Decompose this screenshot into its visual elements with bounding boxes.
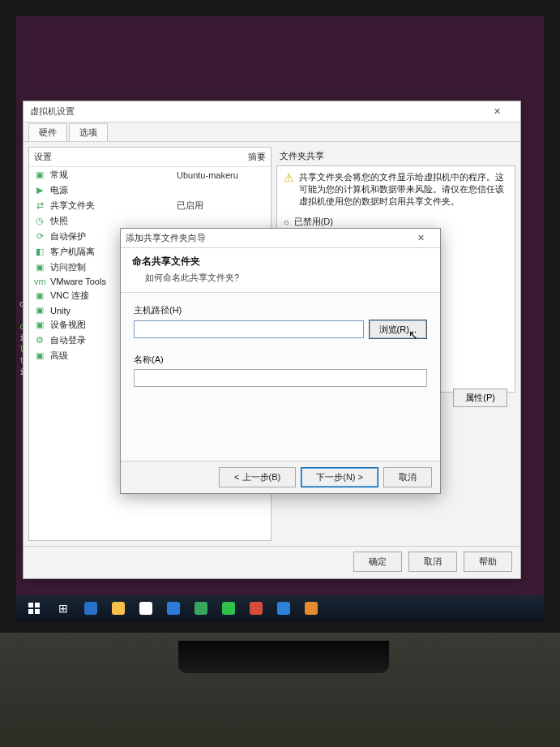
ok-button[interactable]: 确定 [353,552,402,572]
settings-icon [167,602,180,615]
cancel-button[interactable]: 取消 [408,552,457,572]
folder-icon [112,602,125,615]
advanced-icon: ▣ [34,350,45,361]
chrome-button[interactable] [190,598,212,619]
app-button-1[interactable] [245,598,267,619]
radio-icon: ○ [284,217,289,227]
app-button-2[interactable] [272,598,295,619]
device-row-general[interactable]: ▣ 常规 Ubuntu-makeru [29,167,271,182]
vm-settings-close-button[interactable]: ✕ [480,102,514,122]
wechat-button[interactable] [217,598,240,619]
clock-icon: ◷ [34,216,45,226]
monitor-stand [178,641,389,673]
app-icon [277,602,290,615]
properties-button[interactable]: 属性(P) [453,389,507,407]
unity-icon: ▣ [34,305,45,316]
windows-taskbar: ⊞ [16,595,544,621]
settings-tabs: 硬件 选项 [24,122,520,142]
edge-button[interactable] [79,598,102,619]
wizard-heading: 命名共享文件夹 [132,255,429,268]
vmware-icon: vm [34,277,45,286]
app-icon [250,602,263,615]
warning-text: 共享文件夹会将您的文件显示给虚拟机中的程序。这可能为您的计算机和数据带来风险。请… [299,171,508,208]
wizard-cancel-button[interactable]: 取消 [383,467,432,487]
refresh-icon: ⟳ [34,231,45,242]
vmware-button[interactable] [300,598,323,619]
edge-icon [84,602,97,615]
monitor-icon: ▣ [34,290,45,301]
host-path-input[interactable] [134,320,364,338]
close-icon: ✕ [494,106,501,117]
vm-settings-buttons: 确定 取消 帮助 [24,546,520,577]
play-icon: ▶ [34,185,45,195]
wechat-icon [222,602,235,615]
gear-icon: ⚙ [34,335,45,346]
device-icon: ▣ [34,170,45,180]
start-button[interactable] [21,598,47,619]
wizard-header: 命名共享文件夹 如何命名此共享文件夹? [121,248,440,293]
shared-folders-section-title: 文件夹共享 [280,150,515,162]
taskview-button[interactable]: ⊞ [52,598,75,619]
share-icon: ⇄ [34,200,45,211]
folder-name-input[interactable] [134,369,427,387]
help-button[interactable]: 帮助 [464,552,512,572]
wizard-subheading: 如何命名此共享文件夹? [145,272,429,284]
view-icon: ▣ [34,320,45,330]
vm-settings-titlebar[interactable]: 虚拟机设置 ✕ [24,101,520,122]
browse-button[interactable]: 浏览(R)... ↖ [369,320,427,339]
lock-icon: ▣ [34,262,45,273]
device-row-snapshot[interactable]: ◷ 快照 [29,213,271,229]
vm-settings-title: 虚拟机设置 [30,105,75,118]
close-icon: ✕ [417,233,425,243]
taskview-icon: ⊞ [58,602,68,615]
store-button[interactable] [135,598,157,619]
vmware-icon [305,602,318,615]
host-path-label: 主机路径(H) [134,304,427,316]
tab-hardware[interactable]: 硬件 [28,123,67,141]
warning-icon: ⚠ [284,171,294,208]
settings-button[interactable] [162,598,185,619]
store-icon [139,602,152,615]
wizard-title: 添加共享文件夹向导 [126,232,206,244]
windows-logo-icon [28,603,40,614]
name-label: 名称(A) [134,354,427,366]
next-button[interactable]: 下一步(N) > [301,467,378,487]
wizard-close-button[interactable]: ✕ [406,230,435,247]
back-button[interactable]: < 上一步(B) [219,467,296,487]
wizard-buttons: < 上一步(B) 下一步(N) > 取消 [121,461,440,493]
device-list-header: 设置 摘要 [29,148,271,167]
box-icon: ◧ [34,247,45,257]
device-row-shared-folders[interactable]: ⇄ 共享文件夹 已启用 [29,198,271,213]
explorer-button[interactable] [107,598,130,619]
device-row-power[interactable]: ▶ 电源 [29,182,271,198]
chrome-icon [195,602,207,615]
add-shared-folder-wizard: 添加共享文件夹向导 ✕ 命名共享文件夹 如何命名此共享文件夹? 主机路径(H) … [120,228,441,494]
wizard-titlebar[interactable]: 添加共享文件夹向导 ✕ [121,229,440,248]
tab-options[interactable]: 选项 [69,123,108,141]
radio-disabled[interactable]: ○ 已禁用(D) [284,216,508,228]
